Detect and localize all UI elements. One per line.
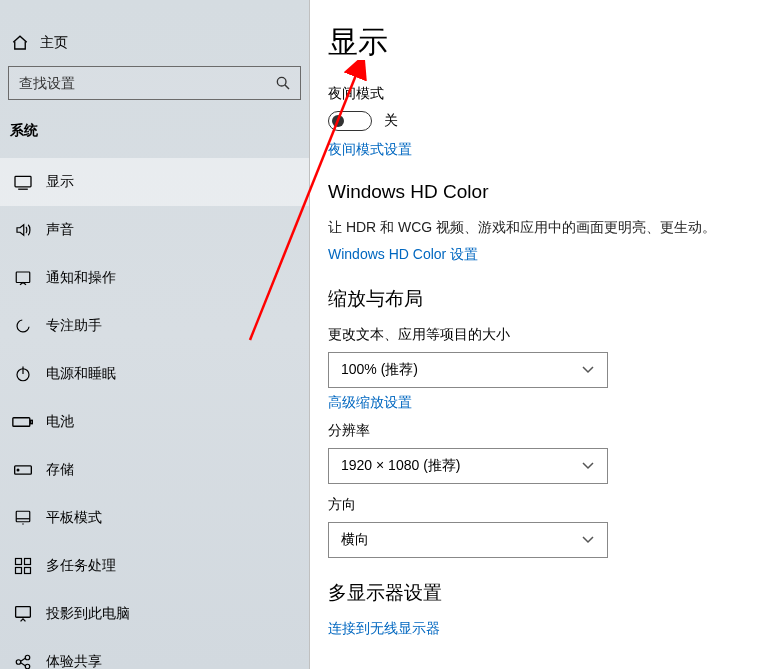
sidebar-item-focus-assist[interactable]: 专注助手 <box>0 302 309 350</box>
sidebar-item-sound[interactable]: 声音 <box>0 206 309 254</box>
scale-label: 更改文本、应用等项目的大小 <box>328 326 749 344</box>
home-label: 主页 <box>40 34 68 52</box>
page-title: 显示 <box>328 22 749 63</box>
sidebar-item-label: 专注助手 <box>46 317 102 335</box>
svg-rect-17 <box>25 568 31 574</box>
sidebar-item-projecting[interactable]: 投影到此电脑 <box>0 590 309 638</box>
sidebar-item-power[interactable]: 电源和睡眠 <box>0 350 309 398</box>
svg-rect-7 <box>13 418 30 426</box>
sidebar-item-display[interactable]: 显示 <box>0 158 309 206</box>
svg-rect-18 <box>16 607 31 618</box>
sound-icon <box>10 221 36 239</box>
sidebar-item-tablet[interactable]: 平板模式 <box>0 494 309 542</box>
advanced-scale-link[interactable]: 高级缩放设置 <box>328 394 749 412</box>
orientation-label: 方向 <box>328 496 749 514</box>
search-input[interactable] <box>8 66 301 100</box>
content-area: 显示 夜间模式 关 夜间模式设置 Windows HD Color 让 HDR … <box>310 0 769 669</box>
chevron-down-icon <box>581 535 595 545</box>
night-mode-label: 夜间模式 <box>328 85 749 103</box>
svg-rect-16 <box>16 568 22 574</box>
sidebar-item-label: 多任务处理 <box>46 557 116 575</box>
sidebar: 主页 系统 显示 声音 通知和操作 <box>0 0 310 669</box>
sidebar-item-label: 通知和操作 <box>46 269 116 287</box>
battery-icon <box>10 415 36 429</box>
chevron-down-icon <box>581 365 595 375</box>
hd-color-description: 让 HDR 和 WCG 视频、游戏和应用中的画面更明亮、更生动。 <box>328 217 749 238</box>
section-title: 系统 <box>0 122 309 158</box>
sidebar-item-storage[interactable]: 存储 <box>0 446 309 494</box>
resolution-value: 1920 × 1080 (推荐) <box>341 457 460 475</box>
svg-line-23 <box>21 663 26 666</box>
home-icon <box>6 34 34 52</box>
sidebar-item-label: 存储 <box>46 461 74 479</box>
sidebar-item-label: 电源和睡眠 <box>46 365 116 383</box>
notification-icon <box>10 269 36 287</box>
sidebar-item-label: 显示 <box>46 173 74 191</box>
chevron-down-icon <box>581 461 595 471</box>
sidebar-item-notifications[interactable]: 通知和操作 <box>0 254 309 302</box>
svg-rect-4 <box>16 272 30 283</box>
scale-value: 100% (推荐) <box>341 361 418 379</box>
resolution-label: 分辨率 <box>328 422 749 440</box>
hd-color-heading: Windows HD Color <box>328 181 749 203</box>
power-icon <box>10 365 36 383</box>
svg-rect-14 <box>16 559 22 565</box>
svg-point-20 <box>25 655 30 660</box>
sidebar-item-label: 声音 <box>46 221 74 239</box>
orientation-value: 横向 <box>341 531 369 549</box>
hd-color-link[interactable]: Windows HD Color 设置 <box>328 246 749 264</box>
tablet-icon <box>10 509 36 527</box>
search-field[interactable] <box>19 75 272 91</box>
svg-rect-11 <box>16 511 30 522</box>
wireless-display-link[interactable]: 连接到无线显示器 <box>328 620 749 638</box>
svg-rect-2 <box>15 176 31 186</box>
svg-point-21 <box>25 664 30 669</box>
home-button[interactable]: 主页 <box>0 30 309 66</box>
scale-heading: 缩放与布局 <box>328 286 749 312</box>
sidebar-item-multitasking[interactable]: 多任务处理 <box>0 542 309 590</box>
sidebar-item-shared[interactable]: 体验共享 <box>0 638 309 669</box>
sidebar-item-label: 体验共享 <box>46 653 102 669</box>
svg-point-19 <box>16 660 21 665</box>
focus-icon <box>10 317 36 335</box>
orientation-dropdown[interactable]: 横向 <box>328 522 608 558</box>
svg-line-22 <box>21 658 26 661</box>
night-mode-settings-link[interactable]: 夜间模式设置 <box>328 141 749 159</box>
sidebar-item-label: 投影到此电脑 <box>46 605 130 623</box>
multi-display-heading: 多显示器设置 <box>328 580 749 606</box>
sidebar-item-battery[interactable]: 电池 <box>0 398 309 446</box>
svg-rect-8 <box>31 420 33 423</box>
display-icon <box>10 174 36 190</box>
toggle-knob <box>332 115 344 127</box>
search-icon <box>272 75 294 91</box>
shared-icon <box>10 653 36 669</box>
svg-rect-15 <box>25 559 31 565</box>
sidebar-item-label: 电池 <box>46 413 74 431</box>
resolution-dropdown[interactable]: 1920 × 1080 (推荐) <box>328 448 608 484</box>
svg-point-0 <box>277 77 286 86</box>
storage-icon <box>10 463 36 477</box>
svg-point-10 <box>17 469 19 471</box>
night-mode-toggle[interactable] <box>328 111 372 131</box>
svg-line-1 <box>285 85 289 89</box>
multitask-icon <box>10 557 36 575</box>
projecting-icon <box>10 605 36 623</box>
sidebar-item-label: 平板模式 <box>46 509 102 527</box>
scale-dropdown[interactable]: 100% (推荐) <box>328 352 608 388</box>
toggle-state-text: 关 <box>384 112 398 130</box>
